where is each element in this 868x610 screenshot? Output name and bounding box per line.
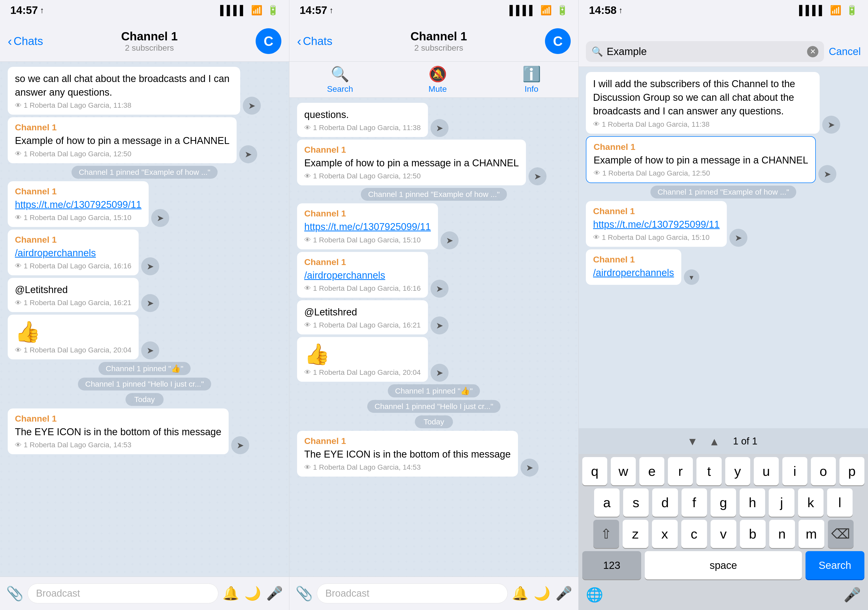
chat-toolbar-2: 🔍 Search 🔕 Mute ℹ️ Info [289, 62, 578, 98]
list-item: I will add the subscribers of this Chann… [586, 72, 861, 134]
mic-icon-keyboard[interactable]: 🎤 [843, 587, 861, 603]
forward-button[interactable]: ➤ [243, 97, 261, 115]
key-z[interactable]: z [623, 520, 648, 548]
message-bubble: Channel 1 Example of how to pin a messag… [297, 139, 526, 185]
forward-button[interactable]: ➤ [151, 209, 169, 227]
key-f[interactable]: f [682, 488, 707, 517]
mic-icon-1[interactable]: 🎤 [266, 585, 283, 601]
attach-button-1[interactable]: 📎 [6, 585, 23, 602]
key-123[interactable]: 123 [582, 551, 641, 579]
message-bubble: Channel 1 https://t.me/c/1307925099/11 👁… [297, 203, 438, 249]
forward-button[interactable]: ➤ [431, 119, 448, 137]
attach-button-2[interactable]: 📎 [296, 585, 313, 602]
key-e[interactable]: e [639, 457, 664, 485]
forward-button[interactable]: ➤ [529, 167, 547, 185]
search-input-3[interactable]: Example [607, 46, 803, 57]
status-time-3: 14:58 ↑ [589, 4, 623, 17]
channel-avatar-2[interactable]: C [545, 28, 571, 54]
key-r[interactable]: r [668, 457, 693, 485]
back-label-2: Chats [303, 35, 333, 48]
cancel-search-button[interactable]: Cancel [829, 46, 861, 57]
forward-button[interactable]: ➤ [141, 257, 159, 275]
forward-button[interactable]: ➤ [822, 116, 840, 134]
forward-button[interactable]: ➤ [431, 316, 448, 334]
messages-area-2: questions. 👁 1 Roberta Dal Lago Garcia, … [289, 98, 578, 577]
mute-icon-toolbar: 🔕 [428, 65, 447, 83]
broadcast-input-1[interactable]: Broadcast [28, 584, 219, 603]
key-s[interactable]: s [623, 488, 649, 517]
next-result-button[interactable]: ▴ [711, 434, 718, 449]
signal-icon-3: ▌▌▌▌ [799, 5, 825, 15]
battery-icon-1: 🔋 [267, 5, 279, 15]
moon-icon-1[interactable]: 🌙 [244, 585, 261, 601]
forward-button[interactable]: ➤ [431, 364, 448, 382]
mic-icon-2[interactable]: 🎤 [555, 585, 572, 601]
channel-title-1: Channel 1 [43, 29, 256, 43]
pin-notice: Channel 1 pinned "Hello I just cr..." [367, 400, 501, 413]
wifi-icon-3: 📶 [830, 5, 842, 15]
key-m[interactable]: m [798, 520, 824, 548]
toolbar-info[interactable]: ℹ️ Info [522, 65, 541, 94]
toolbar-mute[interactable]: 🔕 Mute [428, 65, 447, 94]
key-shift[interactable]: ⇧ [593, 520, 619, 548]
forward-button[interactable]: ➤ [729, 229, 747, 247]
key-n[interactable]: n [769, 520, 795, 548]
forward-button[interactable]: ➤ [818, 165, 836, 183]
today-badge: Today [415, 415, 453, 428]
forward-button[interactable]: ➤ [141, 294, 159, 312]
forward-button[interactable]: ➤ [231, 436, 249, 454]
info-icon-toolbar: ℹ️ [522, 65, 541, 83]
panel-1: 14:57 ↑ ▌▌▌▌ 📶 🔋 ‹ Chats Channel 1 2 sub… [0, 0, 289, 610]
battery-icon-2: 🔋 [556, 5, 568, 15]
key-c[interactable]: c [681, 520, 707, 548]
key-l[interactable]: l [827, 488, 852, 517]
key-u[interactable]: u [754, 457, 779, 485]
search-clear-button[interactable]: ✕ [807, 46, 818, 57]
key-a[interactable]: a [594, 488, 620, 517]
bottom-bar-1: 📎 Broadcast 🔔 🌙 🎤 [0, 577, 289, 610]
forward-button[interactable]: ➤ [521, 458, 539, 477]
key-o[interactable]: o [811, 457, 836, 485]
today-badge: Today [126, 393, 164, 406]
key-t[interactable]: t [696, 457, 721, 485]
forward-button[interactable]: ➤ [239, 145, 257, 163]
chevron-down-icon[interactable]: ▾ [684, 269, 699, 285]
key-g[interactable]: g [711, 488, 736, 517]
key-w[interactable]: w [611, 457, 636, 485]
key-j[interactable]: j [769, 488, 794, 517]
key-i[interactable]: i [782, 457, 807, 485]
forward-button[interactable]: ➤ [141, 341, 159, 359]
search-box-3[interactable]: 🔍 Example ✕ [586, 41, 824, 62]
toolbar-search[interactable]: 🔍 Search [327, 65, 353, 94]
key-delete[interactable]: ⌫ [828, 520, 854, 548]
key-p[interactable]: p [839, 457, 864, 485]
key-x[interactable]: x [652, 520, 678, 548]
forward-button[interactable]: ➤ [440, 231, 459, 249]
key-search[interactable]: Search [806, 551, 864, 579]
globe-icon[interactable]: 🌐 [586, 587, 603, 603]
panel-2: 14:57 ↑ ▌▌▌▌ 📶 🔋 ‹ Chats Channel 1 2 sub… [289, 0, 579, 610]
key-k[interactable]: k [798, 488, 823, 517]
message-bubble: @Letitshred 👁 1 Roberta Dal Lago Garcia,… [8, 278, 139, 312]
key-v[interactable]: v [711, 520, 736, 548]
key-q[interactable]: q [582, 457, 607, 485]
list-item: Channel 1 https://t.me/c/1307925099/11 👁… [586, 201, 861, 247]
forward-button[interactable]: ➤ [431, 280, 448, 298]
key-y[interactable]: y [725, 457, 750, 485]
message-bubble: Channel 1 Example of how to pin a messag… [8, 117, 237, 163]
key-space[interactable]: space [645, 551, 802, 579]
back-button-2[interactable]: ‹ Chats [297, 34, 333, 49]
key-b[interactable]: b [740, 520, 766, 548]
chat-header-1: ‹ Chats Channel 1 2 subscribers C [0, 20, 289, 62]
key-h[interactable]: h [740, 488, 765, 517]
wifi-icon-2: 📶 [540, 5, 552, 15]
key-d[interactable]: d [652, 488, 678, 517]
channel-avatar-1[interactable]: C [256, 28, 281, 54]
notification-icon-1[interactable]: 🔔 [222, 585, 239, 601]
moon-icon-2[interactable]: 🌙 [534, 585, 550, 601]
notification-icon-2[interactable]: 🔔 [512, 585, 529, 601]
message-bubble: Channel 1 https://t.me/c/1307925099/11 👁… [8, 181, 149, 227]
back-button-1[interactable]: ‹ Chats [8, 34, 43, 49]
broadcast-input-2[interactable]: Broadcast [317, 584, 508, 603]
prev-result-button[interactable]: ▾ [689, 434, 696, 449]
